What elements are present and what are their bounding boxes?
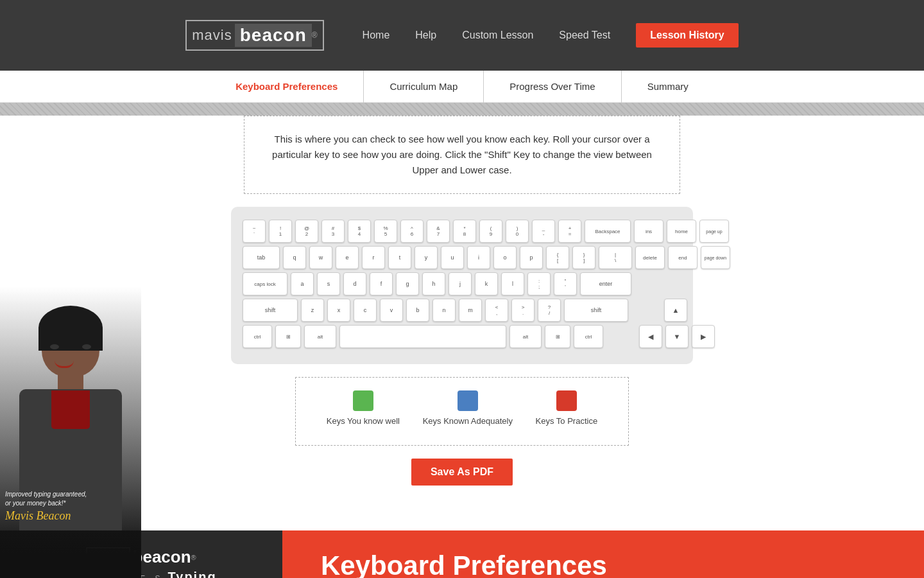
sub-nav: Keyboard Preferences Curriculum Map Prog… [0, 71, 924, 103]
key-g[interactable]: g [396, 272, 419, 295]
key-period[interactable]: >. [511, 299, 535, 322]
key-r[interactable]: r [362, 246, 385, 269]
keyboard-row-2: tab q w e r t y u i o p {[ }] |\ delete … [243, 246, 681, 269]
key-backspace[interactable]: Backspace [585, 220, 631, 243]
key-tilde[interactable]: ~` [243, 220, 266, 243]
key-3[interactable]: #3 [321, 220, 345, 243]
key-w[interactable]: w [309, 246, 332, 269]
key-shift-right[interactable]: shift [564, 299, 628, 322]
key-y[interactable]: y [415, 246, 438, 269]
bottom-logo: mavis beacon® t e a c h e s Typing [0, 530, 282, 578]
legend-label-1: Keys Known Adequately [423, 416, 513, 426]
key-u[interactable]: u [441, 246, 464, 269]
key-5[interactable]: %5 [374, 220, 397, 243]
key-q[interactable]: q [283, 246, 306, 269]
tab-summary[interactable]: Summary [622, 71, 714, 103]
key-quote[interactable]: "' [554, 272, 577, 295]
key-semicolon[interactable]: :; [527, 272, 551, 295]
key-z[interactable]: z [301, 299, 324, 322]
key-2[interactable]: @2 [295, 220, 318, 243]
key-delete[interactable]: delete [635, 246, 665, 269]
key-8[interactable]: *8 [453, 220, 476, 243]
key-pgdown[interactable]: page down [701, 246, 730, 269]
nav-custom-lesson[interactable]: Custom Lesson [462, 30, 533, 41]
key-arrow-down[interactable]: ▼ [665, 325, 689, 348]
key-f[interactable]: f [370, 272, 393, 295]
bottom-logo-mavis: mavis [86, 547, 130, 567]
key-m[interactable]: m [459, 299, 482, 322]
key-7[interactable]: &7 [427, 220, 450, 243]
key-6[interactable]: ^6 [400, 220, 424, 243]
key-arrow-right[interactable]: ▶ [692, 325, 715, 348]
key-home[interactable]: home [667, 220, 696, 243]
key-n[interactable]: n [432, 299, 456, 322]
tab-progress-over-time[interactable]: Progress Over Time [484, 71, 621, 103]
legend-item-1: Keys Known Adequately [423, 390, 513, 426]
key-arrow-up[interactable]: ▲ [664, 299, 687, 322]
nav-help[interactable]: Help [415, 30, 436, 41]
legend-item-2: Keys To Practice [536, 390, 598, 426]
legend-box: Keys You know well Keys Known Adequately… [295, 377, 629, 446]
key-4[interactable]: $4 [348, 220, 371, 243]
key-capslock[interactable]: caps lock [243, 272, 287, 295]
key-l[interactable]: l [501, 272, 524, 295]
bottom-teaches: t e a c h e s [65, 574, 164, 578]
key-i[interactable]: i [467, 246, 490, 269]
key-b[interactable]: b [406, 299, 429, 322]
key-win-right[interactable]: ⊞ [545, 325, 570, 348]
key-0[interactable]: )0 [506, 220, 529, 243]
key-c[interactable]: c [354, 299, 377, 322]
key-d[interactable]: d [343, 272, 366, 295]
tab-curriculum-map[interactable]: Curriculum Map [364, 71, 484, 103]
key-enter[interactable]: enter [580, 272, 631, 295]
key-h[interactable]: h [422, 272, 445, 295]
legend-color-blue [458, 390, 478, 411]
key-bracket-right[interactable]: }] [572, 246, 595, 269]
keyboard: ~` !1 @2 #3 $4 %5 ^6 &7 *8 (9 )0 _- += B… [231, 207, 693, 364]
logo-mavis: mavis [192, 27, 232, 44]
description-box: This is where you can check to see how w… [244, 116, 680, 194]
legend-label-2: Keys To Practice [536, 416, 598, 426]
key-s[interactable]: s [317, 272, 340, 295]
key-v[interactable]: v [380, 299, 403, 322]
key-o[interactable]: o [493, 246, 517, 269]
key-ctrl-right[interactable]: ctrl [574, 325, 603, 348]
key-ctrl-left[interactable]: ctrl [243, 325, 272, 348]
key-minus[interactable]: _- [532, 220, 555, 243]
key-equals[interactable]: += [558, 220, 581, 243]
key-comma[interactable]: <, [485, 299, 508, 322]
key-e[interactable]: e [336, 246, 359, 269]
save-as-pdf-button[interactable]: Save As PDF [411, 459, 513, 486]
key-pgup[interactable]: page up [699, 220, 729, 243]
key-a[interactable]: a [291, 272, 314, 295]
nav-speed-test[interactable]: Speed Test [559, 30, 610, 41]
key-end[interactable]: end [668, 246, 697, 269]
key-tab[interactable]: tab [243, 246, 280, 269]
logo: mavis beacon® [185, 20, 323, 51]
key-9[interactable]: (9 [479, 220, 502, 243]
key-backslash[interactable]: |\ [599, 246, 632, 269]
key-k[interactable]: k [475, 272, 498, 295]
keyboard-row-5: ctrl ⊞ alt alt ⊞ ctrl ◀ ▼ ▶ [243, 325, 681, 348]
key-slash[interactable]: ?/ [538, 299, 561, 322]
legend-color-red [556, 390, 577, 411]
tab-keyboard-preferences[interactable]: Keyboard Preferences [210, 71, 364, 103]
key-win-left[interactable]: ⊞ [275, 325, 301, 348]
key-bracket-left[interactable]: {[ [546, 246, 569, 269]
key-j[interactable]: j [449, 272, 472, 295]
key-1[interactable]: !1 [269, 220, 292, 243]
key-alt-left[interactable]: alt [304, 325, 336, 348]
key-arrow-left[interactable]: ◀ [639, 325, 662, 348]
key-p[interactable]: p [520, 246, 543, 269]
description-text: This is where you can check to see how w… [272, 134, 652, 175]
nav-home[interactable]: Home [363, 30, 390, 41]
lesson-history-button[interactable]: Lesson History [636, 23, 739, 48]
key-insert[interactable]: ins [634, 220, 663, 243]
key-shift-left[interactable]: shift [243, 299, 298, 322]
key-x[interactable]: x [327, 299, 350, 322]
key-space[interactable] [339, 325, 506, 348]
key-t[interactable]: t [388, 246, 411, 269]
legend-item-0: Keys You know well [327, 390, 400, 426]
logo-beacon: beacon [235, 24, 312, 47]
key-alt-right[interactable]: alt [509, 325, 542, 348]
